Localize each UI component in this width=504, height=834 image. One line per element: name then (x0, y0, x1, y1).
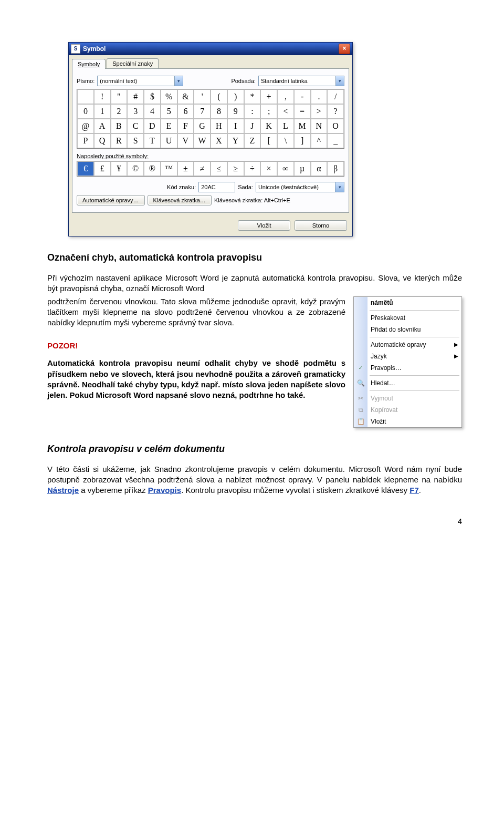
symbol-cell[interactable]: ! (94, 89, 111, 104)
recent-symbol-cell[interactable]: ± (177, 161, 194, 176)
subset-input[interactable] (259, 76, 335, 86)
symbol-cell[interactable]: L (277, 119, 294, 133)
menu-autocorrect[interactable]: Automatické opravy▶ (368, 339, 461, 351)
autocorrect-button[interactable]: Automatické opravy… (77, 195, 145, 205)
insert-button[interactable]: Vložit (238, 220, 290, 231)
from-combo[interactable]: ▾ (256, 182, 344, 192)
recent-symbol-cell[interactable]: ¥ (111, 161, 128, 176)
symbol-cell[interactable]: < (277, 104, 294, 119)
symbol-cell[interactable]: G (194, 119, 211, 133)
symbol-cell[interactable]: U (161, 133, 177, 148)
menu-ignore-all[interactable]: Přeskakovat (368, 312, 461, 324)
recent-symbol-cell[interactable]: µ (294, 161, 311, 176)
symbol-cell[interactable]: 1 (94, 104, 111, 119)
symbol-cell[interactable]: ) (227, 89, 244, 104)
chevron-down-icon[interactable]: ▾ (335, 182, 344, 192)
symbol-cell[interactable]: 4 (144, 104, 161, 119)
symbol-cell[interactable]: Y (227, 133, 244, 148)
symbol-cell[interactable]: \ (277, 133, 294, 148)
recent-symbol-cell[interactable]: £ (94, 161, 111, 176)
menu-lookup[interactable]: Hledat… (368, 377, 461, 389)
symbol-cell[interactable]: B (111, 119, 128, 133)
symbol-cell[interactable]: P (77, 133, 94, 148)
chevron-down-icon[interactable]: ▾ (335, 76, 344, 86)
symbol-cell[interactable]: E (161, 119, 177, 133)
font-combo[interactable]: ▾ (97, 76, 183, 86)
symbol-cell[interactable]: S (127, 133, 144, 148)
symbol-cell[interactable]: D (144, 119, 161, 133)
symbol-cell[interactable]: 6 (177, 104, 194, 119)
symbol-cell[interactable]: I (227, 119, 244, 133)
font-input[interactable] (98, 76, 174, 86)
close-button[interactable]: × (339, 44, 350, 54)
symbol-cell[interactable]: W (194, 133, 211, 148)
symbol-cell[interactable]: O (327, 119, 344, 133)
menu-add-to-dictionary[interactable]: Přidat do slovníku (368, 324, 461, 335)
symbol-cell[interactable]: 5 (161, 104, 177, 119)
symbol-cell[interactable]: Q (94, 133, 111, 148)
symbol-cell[interactable] (77, 89, 94, 104)
symbol-cell[interactable]: / (327, 89, 344, 104)
symbol-cell[interactable]: ? (327, 104, 344, 119)
symbol-cell[interactable]: 9 (227, 104, 244, 119)
from-input[interactable] (256, 182, 335, 192)
recent-symbols-grid[interactable]: €£¥©®™±≠≤≥÷×∞µαβ (77, 161, 344, 177)
titlebar[interactable]: S Symbol × (69, 43, 352, 55)
symbol-cell[interactable]: ] (294, 133, 311, 148)
symbol-cell[interactable]: - (294, 89, 311, 104)
symbol-cell[interactable]: @ (77, 119, 94, 133)
recent-symbol-cell[interactable]: ∞ (277, 161, 294, 176)
symbol-cell[interactable]: ; (260, 104, 277, 119)
symbol-cell[interactable]: 8 (211, 104, 227, 119)
symbol-cell[interactable]: ' (194, 89, 211, 104)
cancel-button[interactable]: Storno (295, 220, 347, 231)
symbol-cell[interactable]: H (211, 119, 227, 133)
recent-symbol-cell[interactable]: × (260, 161, 277, 176)
recent-symbol-cell[interactable]: ≤ (211, 161, 227, 176)
symbol-cell[interactable]: X (211, 133, 227, 148)
symbol-cell[interactable]: V (177, 133, 194, 148)
tab-special-chars[interactable]: Speciální znaky (107, 58, 159, 68)
symbol-cell[interactable]: T (144, 133, 161, 148)
recent-symbol-cell[interactable]: © (127, 161, 144, 176)
symbol-cell[interactable]: ( (211, 89, 227, 104)
symbol-cell[interactable]: , (277, 89, 294, 104)
symbol-cell[interactable]: N (311, 119, 328, 133)
symbol-cell[interactable]: = (294, 104, 311, 119)
symbol-cell[interactable]: ^ (311, 133, 328, 148)
symbol-cell[interactable]: 0 (77, 104, 94, 119)
menu-suggestion[interactable]: námětů (368, 297, 461, 308)
symbol-cell[interactable]: 3 (127, 104, 144, 119)
symbol-cell[interactable]: K (260, 119, 277, 133)
symbol-cell[interactable]: " (111, 89, 128, 104)
subset-combo[interactable]: ▾ (258, 76, 344, 86)
recent-symbol-cell[interactable]: ® (144, 161, 161, 176)
symbol-cell[interactable]: . (311, 89, 328, 104)
symbol-cell[interactable]: J (244, 119, 261, 133)
shortcut-key-button[interactable]: Klávesová zkratka… (148, 195, 212, 205)
recent-symbol-cell[interactable]: α (311, 161, 328, 176)
menu-spelling[interactable]: Pravopis… (368, 362, 461, 374)
symbol-cell[interactable]: & (177, 89, 194, 104)
recent-symbol-cell[interactable]: ÷ (244, 161, 261, 176)
symbol-cell[interactable]: : (244, 104, 261, 119)
recent-symbol-cell[interactable]: ≥ (227, 161, 244, 176)
link-f7[interactable]: F7 (410, 486, 419, 495)
symbol-cell[interactable]: $ (144, 89, 161, 104)
symbol-cell[interactable]: * (244, 89, 261, 104)
symbol-cell[interactable]: [ (260, 133, 277, 148)
recent-symbol-cell[interactable]: ≠ (194, 161, 211, 176)
symbol-cell[interactable]: Z (244, 133, 261, 148)
char-code-input[interactable] (198, 182, 235, 192)
tab-symbols[interactable]: Symboly (72, 59, 106, 69)
symbol-cell[interactable]: + (260, 89, 277, 104)
recent-symbol-cell[interactable]: € (77, 161, 94, 176)
menu-language[interactable]: Jazyk▶ (368, 351, 461, 362)
symbol-cell[interactable]: R (111, 133, 128, 148)
link-nastroje[interactable]: Nástroje (47, 486, 79, 495)
symbol-cell[interactable]: _ (327, 133, 344, 148)
symbol-cell[interactable]: 2 (111, 104, 128, 119)
link-pravopis[interactable]: Pravopis (148, 486, 181, 495)
chevron-down-icon[interactable]: ▾ (174, 76, 183, 86)
symbol-cell[interactable]: F (177, 119, 194, 133)
